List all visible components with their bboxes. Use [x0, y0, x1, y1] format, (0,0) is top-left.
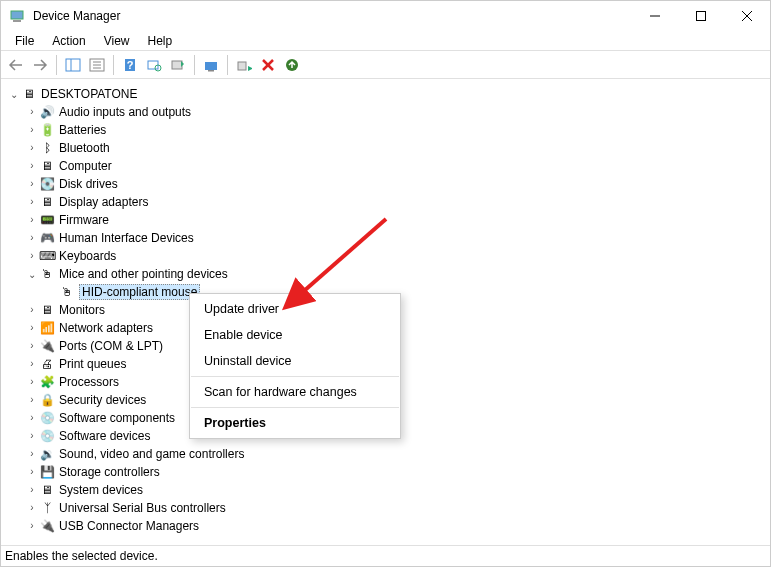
computer-icon: 🖥 [39, 158, 55, 174]
context-menu-separator [191, 407, 399, 408]
tree-node[interactable]: ›🖥Computer [5, 157, 766, 175]
svg-text:?: ? [127, 59, 134, 71]
titlebar: Device Manager [1, 1, 770, 31]
menu-view[interactable]: View [95, 32, 139, 50]
tree-node[interactable]: ›🖥Display adapters [5, 193, 766, 211]
software-icon: 💿 [39, 410, 55, 426]
add-legacy-hardware-button[interactable] [167, 54, 189, 76]
mouse-icon: 🖱 [59, 284, 75, 300]
chevron-right-icon[interactable]: › [25, 392, 39, 406]
tree-node-label: Audio inputs and outputs [59, 105, 191, 119]
chevron-right-icon[interactable]: › [25, 500, 39, 514]
chevron-right-icon[interactable]: › [25, 230, 39, 244]
remove-device-button[interactable]: ▸ [233, 54, 255, 76]
tree-node[interactable]: ›⌨Keyboards [5, 247, 766, 265]
hid-icon: 🎮 [39, 230, 55, 246]
uninstall-button[interactable] [257, 54, 279, 76]
context-menu-item[interactable]: Properties [190, 410, 400, 436]
close-button[interactable] [724, 1, 770, 31]
chevron-right-icon[interactable]: › [25, 140, 39, 154]
maximize-button[interactable] [678, 1, 724, 31]
tree-node[interactable]: ›💽Disk drives [5, 175, 766, 193]
chevron-right-icon[interactable]: › [25, 104, 39, 118]
update-driver-toolbar-button[interactable] [200, 54, 222, 76]
keyboard-icon: ⌨ [39, 248, 55, 264]
chevron-right-icon[interactable]: › [25, 482, 39, 496]
tree-node[interactable]: ›💾Storage controllers [5, 463, 766, 481]
window-controls [632, 1, 770, 31]
svg-rect-19 [238, 62, 246, 70]
tree-node[interactable]: ›📟Firmware [5, 211, 766, 229]
tree-node[interactable]: ›🔌USB Connector Managers [5, 517, 766, 535]
mouse-icon: 🖱 [39, 266, 55, 282]
chevron-right-icon[interactable]: › [25, 464, 39, 478]
chevron-right-icon[interactable]: › [25, 302, 39, 316]
forward-button[interactable] [29, 54, 51, 76]
chevron-right-icon[interactable]: › [25, 158, 39, 172]
enable-button[interactable] [281, 54, 303, 76]
tree-node[interactable]: ›🖥System devices [5, 481, 766, 499]
svg-text:▸: ▸ [248, 62, 252, 72]
port-icon: 🔌 [39, 338, 55, 354]
chevron-right-icon[interactable]: › [25, 374, 39, 388]
menu-help[interactable]: Help [139, 32, 182, 50]
security-icon: 🔒 [39, 392, 55, 408]
tree-node[interactable]: ›🎮Human Interface Devices [5, 229, 766, 247]
tree-node-label: Firmware [59, 213, 109, 227]
tree-node[interactable]: ›🔊Audio inputs and outputs [5, 103, 766, 121]
chevron-right-icon[interactable]: › [25, 320, 39, 334]
tree-node[interactable]: ›ᛉUniversal Serial Bus controllers [5, 499, 766, 517]
tree-root[interactable]: ⌄🖥DESKTOPATONE [5, 85, 766, 103]
context-menu-item[interactable]: Scan for hardware changes [190, 379, 400, 405]
chevron-right-icon[interactable]: › [25, 428, 39, 442]
tree-node-label: Keyboards [59, 249, 116, 263]
menu-file[interactable]: File [6, 32, 43, 50]
chevron-right-icon[interactable]: › [25, 212, 39, 226]
chevron-right-icon[interactable]: › [25, 446, 39, 460]
minimize-button[interactable] [632, 1, 678, 31]
chevron-right-icon[interactable]: › [25, 410, 39, 424]
chevron-right-icon[interactable]: › [25, 122, 39, 136]
properties-button[interactable] [86, 54, 108, 76]
system-icon: 🖥 [39, 482, 55, 498]
chevron-right-icon[interactable]: › [25, 176, 39, 190]
cpu-icon: 🧩 [39, 374, 55, 390]
chevron-right-icon[interactable]: › [25, 338, 39, 352]
chevron-right-icon[interactable]: › [25, 194, 39, 208]
chevron-right-icon[interactable]: › [25, 248, 39, 262]
bluetooth-icon: ᛒ [39, 140, 55, 156]
tree-node[interactable]: ›ᛒBluetooth [5, 139, 766, 157]
chevron-right-icon[interactable]: › [25, 356, 39, 370]
status-bar: Enables the selected device. [1, 545, 770, 566]
svg-rect-18 [208, 70, 214, 72]
window-title: Device Manager [33, 9, 120, 23]
toolbar-separator [56, 55, 57, 75]
tree-node-label: Software components [59, 411, 175, 425]
svg-rect-3 [697, 12, 706, 21]
chevron-down-icon[interactable]: ⌄ [25, 267, 39, 281]
tree-node[interactable]: ⌄🖱Mice and other pointing devices [5, 265, 766, 283]
menu-action[interactable]: Action [43, 32, 94, 50]
tree-node[interactable]: ›🔉Sound, video and game controllers [5, 445, 766, 463]
tree-node-label: Network adapters [59, 321, 153, 335]
tree-node-label: System devices [59, 483, 143, 497]
svg-rect-17 [205, 62, 217, 70]
chevron-down-icon[interactable]: ⌄ [7, 87, 21, 101]
toolbar-separator [113, 55, 114, 75]
tree-node-label: Human Interface Devices [59, 231, 194, 245]
back-button[interactable] [5, 54, 27, 76]
tree-node[interactable]: ›🔋Batteries [5, 121, 766, 139]
tree-node-label: Sound, video and game controllers [59, 447, 244, 461]
context-menu-item[interactable]: Update driver [190, 296, 400, 322]
chevron-right-icon[interactable]: › [25, 518, 39, 532]
scan-hardware-toolbar-button[interactable] [143, 54, 165, 76]
tree-leaf-label: HID-compliant mouse [79, 284, 200, 300]
monitor-icon: 🖥 [39, 302, 55, 318]
usbconn-icon: 🔌 [39, 518, 55, 534]
tree-node-label: Bluetooth [59, 141, 110, 155]
context-menu-item[interactable]: Enable device [190, 322, 400, 348]
context-menu-item[interactable]: Uninstall device [190, 348, 400, 374]
help-button[interactable]: ? [119, 54, 141, 76]
show-hide-tree-button[interactable] [62, 54, 84, 76]
app-icon [9, 8, 25, 24]
